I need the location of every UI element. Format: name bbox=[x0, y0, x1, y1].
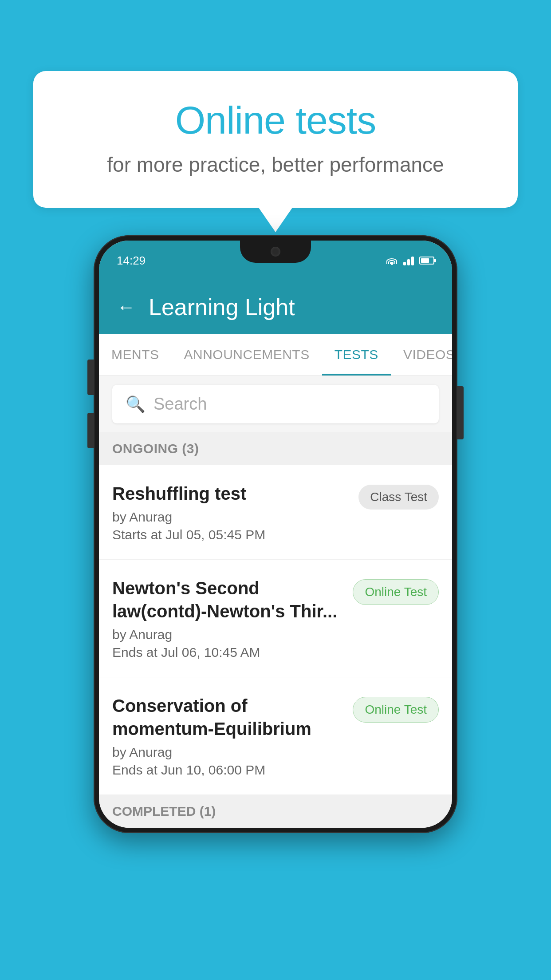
search-icon: 🔍 bbox=[126, 395, 146, 414]
tab-announcements[interactable]: ANNOUNCEMENTS bbox=[172, 334, 322, 375]
app-bar: ← Learning Light bbox=[99, 281, 452, 334]
test-time-2: Ends at Jul 06, 10:45 AM bbox=[112, 645, 344, 660]
test-item[interactable]: Reshuffling test by Anurag Starts at Jul… bbox=[99, 465, 452, 560]
test-info-1: Reshuffling test by Anurag Starts at Jul… bbox=[112, 482, 350, 542]
search-container: 🔍 Search bbox=[99, 376, 452, 432]
test-name-3: Conservation of momentum-Equilibrium bbox=[112, 694, 344, 740]
test-list: Reshuffling test by Anurag Starts at Jul… bbox=[99, 465, 452, 795]
speech-bubble-container: Online tests for more practice, better p… bbox=[33, 71, 518, 208]
test-time-1: Starts at Jul 05, 05:45 PM bbox=[112, 527, 350, 542]
test-badge-2: Online Test bbox=[353, 579, 439, 605]
test-badge-3: Online Test bbox=[353, 697, 439, 723]
tab-ments[interactable]: MENTS bbox=[99, 334, 172, 375]
search-input[interactable]: Search bbox=[153, 395, 207, 414]
phone-container: 14:29 bbox=[94, 235, 457, 833]
signal-icon bbox=[403, 256, 414, 265]
completed-section-header: COMPLETED (1) bbox=[99, 795, 452, 828]
test-name-2: Newton's Second law(contd)-Newton's Thir… bbox=[112, 577, 344, 623]
phone-frame: 14:29 bbox=[94, 235, 457, 833]
test-author-1: by Anurag bbox=[112, 510, 350, 525]
speech-bubble-title: Online tests bbox=[64, 98, 487, 143]
camera-dot bbox=[271, 247, 280, 257]
test-time-value-2: Jul 06, 10:45 AM bbox=[161, 645, 260, 660]
tab-videos[interactable]: VIDEOS bbox=[391, 334, 452, 375]
status-time: 14:29 bbox=[117, 254, 146, 268]
test-time-label-2: Ends at bbox=[112, 645, 157, 660]
phone-notch bbox=[240, 241, 311, 263]
back-button[interactable]: ← bbox=[117, 296, 135, 318]
wifi-dot bbox=[391, 263, 393, 265]
signal-bar-1 bbox=[403, 262, 406, 265]
battery-fill bbox=[421, 258, 429, 263]
ongoing-section-header: ONGOING (3) bbox=[99, 432, 452, 465]
test-time-3: Ends at Jun 10, 06:00 PM bbox=[112, 763, 344, 778]
test-author-3: by Anurag bbox=[112, 745, 344, 760]
test-name-1: Reshuffling test bbox=[112, 482, 350, 505]
search-bar[interactable]: 🔍 Search bbox=[112, 385, 439, 423]
test-item-2[interactable]: Newton's Second law(contd)-Newton's Thir… bbox=[99, 560, 452, 677]
status-icons bbox=[386, 256, 434, 265]
wifi-icon bbox=[386, 256, 398, 265]
signal-bar-3 bbox=[411, 257, 414, 265]
test-author-2: by Anurag bbox=[112, 627, 344, 642]
status-bar: 14:29 bbox=[99, 241, 452, 281]
phone-screen: 14:29 bbox=[99, 241, 452, 828]
battery-icon bbox=[419, 257, 434, 265]
test-info-3: Conservation of momentum-Equilibrium by … bbox=[112, 694, 344, 778]
tabs-bar: MENTS ANNOUNCEMENTS TESTS VIDEOS bbox=[99, 334, 452, 376]
test-time-label-1: Starts at bbox=[112, 527, 162, 542]
test-time-value-1: Jul 05, 05:45 PM bbox=[165, 527, 265, 542]
test-info-2: Newton's Second law(contd)-Newton's Thir… bbox=[112, 577, 344, 660]
speech-bubble: Online tests for more practice, better p… bbox=[33, 71, 518, 208]
tab-tests[interactable]: TESTS bbox=[322, 334, 391, 375]
test-item-3[interactable]: Conservation of momentum-Equilibrium by … bbox=[99, 677, 452, 795]
test-time-value-3: Jun 10, 06:00 PM bbox=[161, 763, 265, 777]
test-time-label-3: Ends at bbox=[112, 763, 157, 777]
app-title: Learning Light bbox=[149, 294, 295, 320]
speech-bubble-subtitle: for more practice, better performance bbox=[64, 153, 487, 177]
signal-bar-2 bbox=[407, 259, 410, 265]
test-badge-1: Class Test bbox=[358, 485, 439, 510]
